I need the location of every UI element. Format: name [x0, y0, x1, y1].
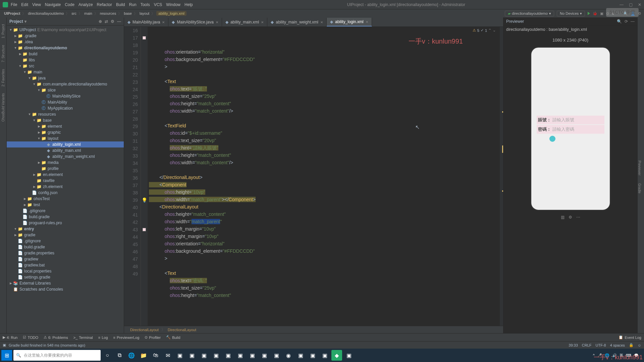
- tree-item[interactable]: ▶📚External Libraries: [7, 280, 124, 286]
- project-tree[interactable]: ▼📁UIProjectE:\harmony workspace\part1\UI…: [7, 25, 124, 333]
- editor-inspection[interactable]: ⚠5 ✓1 ⌃⌄: [473, 28, 496, 33]
- tree-item[interactable]: ▶📁zh.element: [7, 184, 124, 190]
- bc-root[interactable]: UIProject: [3, 11, 21, 15]
- task-app1[interactable]: ▣: [174, 350, 185, 361]
- bc-6[interactable]: layout: [138, 11, 151, 15]
- tree-item[interactable]: 📄build.gradle: [7, 244, 124, 250]
- status-face-icon[interactable]: ☺: [638, 343, 641, 347]
- tree-item[interactable]: ▶📁media: [7, 160, 124, 166]
- bc-5[interactable]: base: [122, 11, 133, 15]
- preview-tool-1[interactable]: ▥: [561, 215, 565, 220]
- task-app5[interactable]: ▣: [223, 350, 233, 361]
- menu-refactor[interactable]: Refactor: [97, 2, 112, 7]
- status-le[interactable]: CRLF: [582, 343, 592, 347]
- tree-item[interactable]: ▼📁java: [7, 75, 124, 81]
- tool-terminal[interactable]: >_Terminal: [73, 336, 93, 340]
- editor-tab[interactable]: ◆ability_login.xml✕: [327, 18, 372, 26]
- bc-2[interactable]: src: [70, 11, 78, 15]
- minimize-button[interactable]: —: [620, 2, 624, 7]
- tree-item[interactable]: 📄.gitignore: [7, 208, 124, 214]
- menu-view[interactable]: View: [32, 2, 41, 7]
- run-config-selector[interactable]: ▰directionallayoutdemo▾: [505, 11, 554, 16]
- menu-code[interactable]: Code: [65, 2, 74, 7]
- tool-previewerlog[interactable]: ≡PreviewerLog: [113, 336, 140, 340]
- run-button[interactable]: [588, 12, 590, 15]
- tree-item[interactable]: 📋Scratches and Consoles: [7, 286, 124, 292]
- gutter-favorites[interactable]: 2: Favorites: [1, 69, 5, 86]
- bc-file[interactable]: ability_login.xml: [156, 11, 186, 16]
- task-store[interactable]: 🛍: [150, 350, 161, 361]
- hide-icon[interactable]: —: [117, 19, 121, 24]
- debug-button[interactable]: 🐞: [593, 11, 597, 16]
- task-mail[interactable]: ✉: [162, 350, 173, 361]
- tree-item[interactable]: ▼📁main: [7, 69, 124, 75]
- tree-item[interactable]: ⒸMyApplication: [7, 105, 124, 111]
- tree-item[interactable]: ▶📁gradle: [7, 232, 124, 238]
- preview-tool-3[interactable]: ⋯: [576, 215, 580, 220]
- bc-4[interactable]: resources: [99, 11, 117, 15]
- tree-item[interactable]: ▼📁resources: [7, 111, 124, 117]
- tree-item[interactable]: 📄build.gradle: [7, 214, 124, 220]
- gutter-gradle[interactable]: Gradle: [638, 183, 641, 193]
- bc-1[interactable]: directionallayoutdemo: [26, 11, 65, 15]
- gear-icon[interactable]: ⚙: [111, 19, 114, 24]
- task-view[interactable]: ⧉: [114, 350, 125, 361]
- tree-item[interactable]: ⒸMainAbilitySlice: [7, 93, 124, 99]
- task-app13[interactable]: ▣: [343, 350, 354, 361]
- menu-tools[interactable]: Tools: [141, 2, 150, 7]
- status-indent[interactable]: 4 spaces: [610, 343, 625, 347]
- tree-item[interactable]: ▼📁layout: [7, 135, 124, 141]
- maximize-button[interactable]: ▢: [629, 2, 633, 7]
- tree-item[interactable]: ▶📁.idea: [7, 39, 124, 45]
- tool-run[interactable]: ▶4: Run: [3, 335, 17, 340]
- bc-3[interactable]: main: [83, 11, 94, 15]
- tool-profiler[interactable]: ⊙Profiler: [145, 335, 161, 340]
- tree-item[interactable]: ▼📁entry: [7, 226, 124, 232]
- task-app12[interactable]: ▣: [319, 350, 330, 361]
- editor-body[interactable]: 1617181920212223242526272829303132333435…: [124, 27, 503, 326]
- tree-item[interactable]: ▶📁.gradle: [7, 33, 124, 39]
- tree-item[interactable]: ▶📁ohosTest: [7, 196, 124, 202]
- menu-navigate[interactable]: Navigate: [45, 2, 61, 7]
- tree-item[interactable]: 📄config.json: [7, 190, 124, 196]
- tree-item[interactable]: 📄.gitignore: [7, 238, 124, 244]
- task-explorer[interactable]: 📁: [138, 350, 149, 361]
- device-selector[interactable]: No Devices▾: [557, 11, 585, 16]
- editor-tab[interactable]: ◆ability_main.xml✕: [222, 18, 267, 26]
- locate-icon[interactable]: ⊕: [99, 19, 102, 24]
- tree-item[interactable]: 📄gradlew: [7, 256, 124, 262]
- corner-icon[interactable]: ▣: [3, 343, 6, 347]
- tree-item[interactable]: ▶📁en.element: [7, 172, 124, 178]
- taskbar-search[interactable]: 🔍在这里输入你要搜索的内容: [13, 350, 101, 361]
- gutter-project[interactable]: 1: Project: [1, 24, 5, 38]
- task-app6[interactable]: ▣: [235, 350, 246, 361]
- gutter-variants[interactable]: OhosBuild Variants: [1, 93, 5, 122]
- tree-item[interactable]: ▼📁slice: [7, 87, 124, 93]
- task-app3[interactable]: ▣: [199, 350, 209, 361]
- tree-item[interactable]: 📄settings.gradle: [7, 274, 124, 280]
- close-button[interactable]: ✕: [638, 2, 641, 7]
- tree-item[interactable]: ▼📁src: [7, 63, 124, 69]
- tree-item[interactable]: ▶📁graphic: [7, 129, 124, 135]
- tree-item[interactable]: 📄proguard-rules.pro: [7, 220, 124, 226]
- tree-item[interactable]: 📁libs: [7, 57, 124, 63]
- editor-tab[interactable]: ◆MainAbility.java✕: [124, 18, 168, 26]
- task-app11[interactable]: ▣: [307, 350, 318, 361]
- menu-analyze[interactable]: Analyze: [78, 2, 93, 7]
- menu-vcs[interactable]: VCS: [154, 2, 162, 7]
- coverage-button[interactable]: ▣: [600, 11, 603, 16]
- bc-el-2[interactable]: DirectionalLayout: [168, 328, 196, 332]
- task-app9[interactable]: ▣: [271, 350, 282, 361]
- preview-tool-2[interactable]: ⚙: [569, 215, 572, 220]
- tree-item[interactable]: 📄gradlew.bat: [7, 262, 124, 268]
- status-lock-icon[interactable]: 🔒: [629, 343, 634, 347]
- tree-item[interactable]: ◆ability_login.xml: [7, 141, 124, 147]
- task-ide[interactable]: ◆: [331, 350, 342, 361]
- gutter-structure[interactable]: 7: Structure: [1, 45, 5, 62]
- tree-item[interactable]: ▶📁build: [7, 51, 124, 57]
- task-app2[interactable]: ▣: [186, 350, 197, 361]
- tree-item[interactable]: ◆ability_main_weight.xml: [7, 154, 124, 160]
- tool-log[interactable]: ≡Log: [98, 336, 108, 340]
- tree-item[interactable]: ▼📁base: [7, 117, 124, 123]
- task-app10[interactable]: ▣: [295, 350, 306, 361]
